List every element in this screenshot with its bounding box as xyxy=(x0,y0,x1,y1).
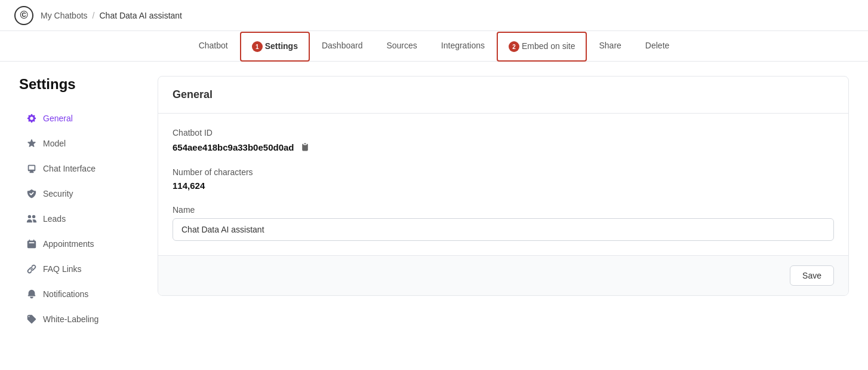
copy-chatbot-id-button[interactable] xyxy=(299,141,311,153)
sidebar-label-faq-links: FAQ Links xyxy=(43,264,82,274)
sidebar-label-white-labeling: White-Labeling xyxy=(43,314,99,324)
link-icon xyxy=(26,264,37,274)
logo[interactable]: © xyxy=(14,6,33,25)
sidebar-item-leads[interactable]: Leads xyxy=(19,207,138,230)
sidebar-item-security[interactable]: Security xyxy=(19,182,138,205)
sidebar: General Model Chat Interface Security xyxy=(19,107,138,331)
breadcrumb-home[interactable]: My Chatbots xyxy=(41,11,88,20)
chatbot-id-value: 654aee418bc9a33b0e50d0ad xyxy=(173,141,834,153)
tab-sources[interactable]: Sources xyxy=(374,31,429,61)
breadcrumb-sep1: / xyxy=(93,11,95,20)
tab-navigation: Chatbot 1Settings Dashboard Sources Inte… xyxy=(0,31,868,62)
tab-delete[interactable]: Delete xyxy=(633,31,681,61)
gear-icon xyxy=(26,113,37,124)
bell-icon xyxy=(26,289,37,299)
sidebar-item-chat-interface[interactable]: Chat Interface xyxy=(19,157,138,180)
sidebar-item-appointments[interactable]: Appointments xyxy=(19,233,138,255)
chatbot-id-field: Chatbot ID 654aee418bc9a33b0e50d0ad xyxy=(173,128,834,153)
tag-icon xyxy=(26,314,37,325)
sidebar-label-general: General xyxy=(43,114,73,123)
save-button[interactable]: Save xyxy=(790,265,834,286)
users-icon xyxy=(26,213,37,224)
shield-icon xyxy=(26,188,37,199)
sidebar-label-chat-interface: Chat Interface xyxy=(43,164,96,173)
tab-embed[interactable]: 2Embed on site xyxy=(497,32,587,62)
sidebar-item-model[interactable]: Model xyxy=(19,132,138,155)
sidebar-item-white-labeling[interactable]: White-Labeling xyxy=(19,308,138,331)
sidebar-item-general[interactable]: General xyxy=(19,107,138,130)
tab-chatbot[interactable]: Chatbot xyxy=(187,31,240,61)
left-sidebar: Settings General Model Chat Interface xyxy=(19,76,138,331)
name-input[interactable] xyxy=(173,218,834,241)
settings-card-header: General xyxy=(158,77,848,114)
chatbot-id-label: Chatbot ID xyxy=(173,128,834,137)
breadcrumb-current: Chat Data AI assistant xyxy=(99,11,182,20)
general-settings-card: General Chatbot ID 654aee418bc9a33b0e50d… xyxy=(158,76,849,296)
sidebar-label-notifications: Notifications xyxy=(43,289,88,299)
tab-dashboard[interactable]: Dashboard xyxy=(310,31,375,61)
topbar: © My Chatbots / Chat Data AI assistant xyxy=(0,0,868,31)
main-content: Settings General Model Chat Interface xyxy=(0,62,868,345)
settings-content: General Chatbot ID 654aee418bc9a33b0e50d… xyxy=(158,76,849,331)
settings-card-body: Chatbot ID 654aee418bc9a33b0e50d0ad Numb… xyxy=(158,114,848,255)
tab-settings[interactable]: 1Settings xyxy=(240,32,310,62)
name-label: Name xyxy=(173,205,834,215)
sidebar-item-faq-links[interactable]: FAQ Links xyxy=(19,258,138,280)
star-icon xyxy=(26,138,37,149)
monitor-icon xyxy=(26,163,37,174)
calendar-icon xyxy=(26,238,37,249)
sidebar-label-appointments: Appointments xyxy=(43,239,94,249)
embed-badge: 2 xyxy=(509,41,519,52)
tab-integrations[interactable]: Integrations xyxy=(429,31,497,61)
settings-card-footer: Save xyxy=(158,255,848,295)
settings-badge: 1 xyxy=(252,41,263,52)
tab-share[interactable]: Share xyxy=(587,31,633,61)
sidebar-item-notifications[interactable]: Notifications xyxy=(19,283,138,305)
sidebar-label-leads: Leads xyxy=(43,214,66,224)
page-title: Settings xyxy=(19,76,138,93)
sidebar-label-model: Model xyxy=(43,139,66,148)
name-field: Name xyxy=(173,205,834,241)
breadcrumb: My Chatbots / Chat Data AI assistant xyxy=(41,11,182,20)
general-title: General xyxy=(173,88,834,101)
characters-value: 114,624 xyxy=(173,181,834,191)
characters-label: Number of characters xyxy=(173,167,834,177)
sidebar-label-security: Security xyxy=(43,189,73,198)
characters-field: Number of characters 114,624 xyxy=(173,167,834,191)
